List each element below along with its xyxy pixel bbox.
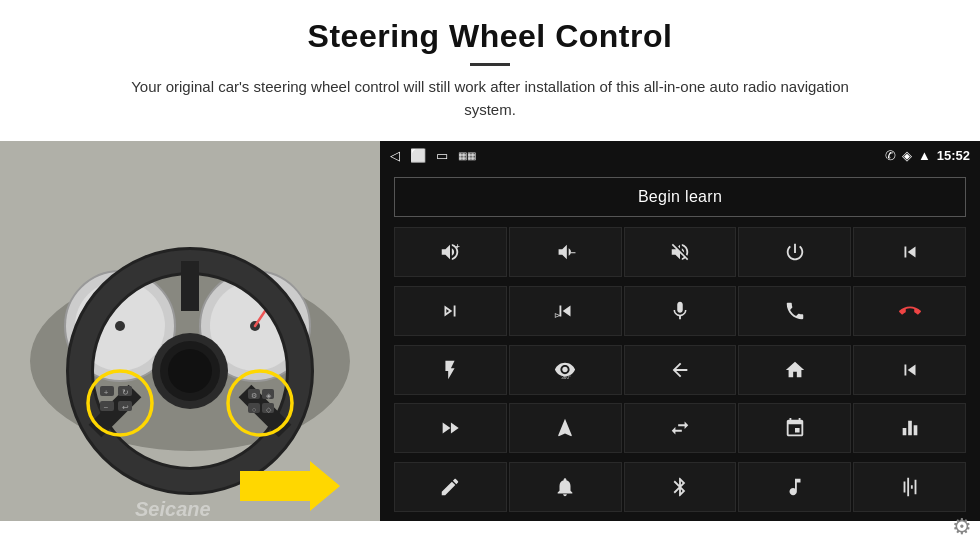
back-nav-button[interactable] [624, 345, 737, 395]
status-bar: ◁ ⬜ ▭ ▦▦ ✆ ◈ ▲ 15:52 [380, 141, 980, 169]
svg-text:−: − [104, 403, 109, 412]
navigate-button[interactable] [509, 403, 622, 453]
settings-bar: ⚙ [952, 514, 972, 540]
status-bar-right: ✆ ◈ ▲ 15:52 [885, 148, 970, 163]
music-button[interactable] [738, 462, 851, 512]
svg-text:↻: ↻ [122, 388, 129, 397]
vol-mute-button[interactable] [624, 227, 737, 277]
svg-point-16 [168, 349, 212, 393]
waveform-button[interactable] [853, 462, 966, 512]
home-nav-button[interactable] [738, 345, 851, 395]
skip-back-button[interactable] [853, 345, 966, 395]
home-nav-icon[interactable]: ⬜ [410, 148, 426, 163]
360-view-button[interactable]: 360° [509, 345, 622, 395]
svg-text:↩: ↩ [122, 403, 129, 412]
vol-down-button[interactable]: − [509, 227, 622, 277]
page-header: Steering Wheel Control Your original car… [0, 0, 980, 131]
title-divider [470, 63, 510, 66]
begin-learn-row: Begin learn [380, 169, 980, 225]
swap-button[interactable] [624, 403, 737, 453]
fast-forward-button[interactable] [394, 403, 507, 453]
control-grid: + − ⊳ [380, 225, 980, 521]
svg-text:360°: 360° [562, 375, 572, 380]
record-button[interactable] [738, 403, 851, 453]
pen-button[interactable] [394, 462, 507, 512]
svg-text:○: ○ [252, 406, 256, 413]
power-button[interactable] [738, 227, 851, 277]
recents-nav-icon[interactable]: ▭ [436, 148, 448, 163]
begin-learn-button[interactable]: Begin learn [394, 177, 966, 217]
location-status-icon: ◈ [902, 148, 912, 163]
wifi-status-icon: ▲ [918, 148, 931, 163]
mic-button[interactable] [624, 286, 737, 336]
svg-point-4 [115, 321, 125, 331]
skip-prev-button[interactable]: ⊳ [509, 286, 622, 336]
phone-answer-button[interactable] [738, 286, 851, 336]
flashlight-button[interactable] [394, 345, 507, 395]
svg-text:+: + [104, 388, 109, 397]
svg-text:Seicane: Seicane [135, 498, 211, 520]
page-title: Steering Wheel Control [60, 18, 920, 55]
svg-text:+: + [456, 242, 460, 251]
ring-button[interactable] [509, 462, 622, 512]
phone-status-icon: ✆ [885, 148, 896, 163]
bluetooth-button[interactable] [624, 462, 737, 512]
status-time: 15:52 [937, 148, 970, 163]
notification-icon: ▦▦ [458, 150, 476, 161]
phone-end-button[interactable] [853, 286, 966, 336]
prev-track-button[interactable] [853, 227, 966, 277]
gear-icon[interactable]: ⚙ [952, 514, 972, 539]
svg-text:−: − [571, 248, 576, 258]
status-bar-left: ◁ ⬜ ▭ ▦▦ [390, 148, 476, 163]
svg-text:⊳: ⊳ [554, 311, 561, 320]
content-area: + ↻ − ↩ ⚙ ◈ ○ ◇ Seicane ◁ ⬜ [0, 141, 980, 521]
page-description: Your original car's steering wheel contr… [115, 76, 865, 121]
next-button[interactable] [394, 286, 507, 336]
back-nav-icon[interactable]: ◁ [390, 148, 400, 163]
equalizer-button[interactable] [853, 403, 966, 453]
steering-wheel-image: + ↻ − ↩ ⚙ ◈ ○ ◇ Seicane [0, 141, 380, 521]
android-screen: ◁ ⬜ ▭ ▦▦ ✆ ◈ ▲ 15:52 Begin learn + − [380, 141, 980, 521]
vol-up-button[interactable]: + [394, 227, 507, 277]
svg-text:⚙: ⚙ [251, 392, 257, 399]
